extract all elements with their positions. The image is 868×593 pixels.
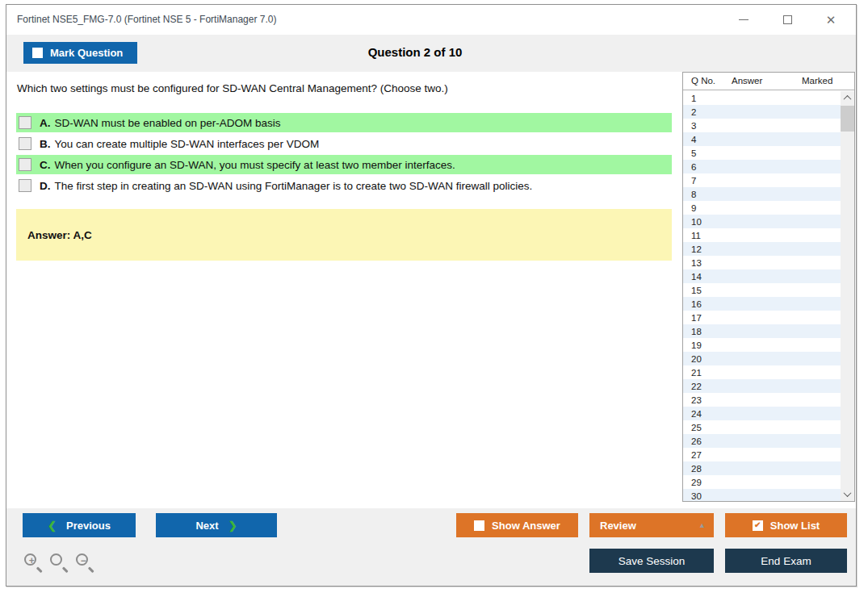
answer-text: Answer: A,C: [27, 229, 92, 241]
question-list-row[interactable]: 27: [683, 448, 841, 461]
question-list-row[interactable]: 22: [683, 379, 841, 393]
question-list-row[interactable]: 30: [683, 489, 841, 501]
question-list-row[interactable]: 15: [683, 283, 841, 297]
answer-option[interactable]: A.SD-WAN must be enabled on per-ADOM bas…: [16, 113, 672, 132]
question-list-row[interactable]: 2: [683, 105, 841, 119]
qrow-number: 9: [691, 203, 696, 213]
question-list-row[interactable]: 23: [683, 393, 841, 407]
next-button[interactable]: Next ❯: [156, 513, 277, 537]
question-text: Which two settings must be configured fo…: [17, 82, 448, 94]
question-list-row[interactable]: 24: [683, 407, 841, 420]
zoom-out-icon[interactable]: −: [76, 553, 95, 573]
app-window: Fortinet NSE5_FMG-7.0 (Fortinet NSE 5 - …: [6, 4, 857, 587]
qrow-number: 10: [691, 217, 702, 227]
save-session-label: Save Session: [619, 555, 686, 567]
option-letter: A.: [40, 117, 51, 129]
scroll-up-button[interactable]: [841, 91, 854, 105]
answer-option[interactable]: B.You can create multiple SD-WAN interfa…: [16, 134, 672, 153]
question-list-row[interactable]: 14: [683, 269, 841, 283]
option-text: SD-WAN must be enabled on per-ADOM basis: [55, 117, 281, 129]
answer-option[interactable]: C.When you configure an SD-WAN, you must…: [16, 155, 672, 174]
question-list-row[interactable]: 6: [683, 160, 841, 173]
question-list-row[interactable]: 9: [683, 201, 841, 215]
qrow-number: 17: [691, 313, 702, 323]
previous-button[interactable]: ❮ Previous: [23, 513, 136, 537]
end-exam-label: End Exam: [761, 555, 811, 567]
question-list-row[interactable]: 28: [683, 461, 841, 475]
option-checkbox[interactable]: [19, 158, 31, 171]
chevron-left-icon: ❮: [48, 520, 57, 532]
question-list-row[interactable]: 29: [683, 475, 841, 489]
options-list: A.SD-WAN must be enabled on per-ADOM bas…: [16, 113, 672, 197]
col-header-answer: Answer: [732, 76, 762, 86]
question-list-row[interactable]: 4: [683, 132, 841, 146]
question-list-row[interactable]: 3: [683, 119, 841, 132]
show-answer-label: Show Answer: [492, 520, 560, 532]
review-dropdown-button[interactable]: Review ▲: [589, 513, 714, 537]
qrow-number: 25: [691, 423, 702, 432]
question-list-row[interactable]: 21: [683, 365, 841, 379]
question-list-scrollbar[interactable]: [841, 91, 854, 501]
qrow-number: 18: [691, 327, 702, 336]
question-list-row[interactable]: 18: [683, 324, 841, 338]
question-list-row[interactable]: 26: [683, 434, 841, 448]
question-list-row[interactable]: 17: [683, 311, 841, 324]
question-list-row[interactable]: 5: [683, 146, 841, 160]
scrollbar-thumb[interactable]: [841, 106, 854, 132]
zoom-reset-icon[interactable]: [50, 553, 69, 573]
qrow-number: 28: [691, 464, 702, 474]
question-list-row[interactable]: 16: [683, 297, 841, 311]
question-list-row[interactable]: 25: [683, 420, 841, 434]
show-list-button[interactable]: ✔ Show List: [725, 513, 847, 537]
qrow-number: 7: [691, 176, 696, 186]
minimize-button[interactable]: [722, 5, 765, 35]
option-letter: D.: [40, 180, 51, 192]
question-list-body: 1234567891011121314151617181920212223242…: [683, 91, 841, 501]
question-list-row[interactable]: 7: [683, 173, 841, 187]
answer-box: Answer: A,C: [16, 209, 672, 261]
show-answer-checkbox[interactable]: [474, 520, 484, 531]
qrow-number: 26: [691, 436, 702, 446]
maximize-button[interactable]: [765, 5, 809, 35]
footer-bar: ❮ Previous Next ❯ Show Answer Review ▲ ✔…: [6, 508, 856, 586]
qrow-number: 15: [691, 286, 702, 295]
question-list-row[interactable]: 1: [683, 91, 841, 105]
close-button[interactable]: ✕: [809, 5, 853, 35]
qrow-number: 24: [691, 409, 702, 419]
option-letter: C.: [40, 159, 51, 171]
qrow-number: 4: [691, 135, 696, 144]
show-answer-button[interactable]: Show Answer: [456, 513, 578, 537]
question-list-row[interactable]: 10: [683, 215, 841, 228]
question-list-row[interactable]: 13: [683, 256, 841, 269]
zoom-tools: + −: [24, 553, 95, 573]
end-exam-button[interactable]: End Exam: [725, 549, 847, 573]
qrow-number: 19: [691, 340, 702, 350]
zoom-in-icon[interactable]: +: [24, 553, 44, 573]
qrow-number: 2: [691, 107, 696, 117]
question-list-row[interactable]: 8: [683, 187, 841, 201]
option-checkbox[interactable]: [19, 137, 31, 150]
qrow-number: 16: [691, 299, 702, 309]
option-checkbox[interactable]: [19, 179, 31, 192]
option-letter: B.: [40, 138, 51, 150]
question-list-header: Q No. Answer Marked: [683, 73, 854, 90]
window-title: Fortinet NSE5_FMG-7.0 (Fortinet NSE 5 - …: [17, 14, 276, 25]
save-session-button[interactable]: Save Session: [589, 549, 714, 573]
question-list-row[interactable]: 11: [683, 228, 841, 242]
option-checkbox[interactable]: [19, 116, 31, 129]
close-icon: ✕: [826, 14, 837, 26]
qrow-number: 8: [691, 190, 696, 199]
col-header-qno: Q No.: [691, 76, 715, 86]
title-bar: Fortinet NSE5_FMG-7.0 (Fortinet NSE 5 - …: [6, 5, 856, 35]
show-list-checkbox[interactable]: ✔: [753, 520, 763, 531]
answer-option[interactable]: D.The first step in creating an SD-WAN u…: [16, 176, 672, 195]
previous-label: Previous: [66, 520, 111, 532]
question-list-row[interactable]: 19: [683, 338, 841, 352]
option-text: You can create multiple SD-WAN interface…: [55, 138, 320, 150]
qrow-number: 27: [691, 450, 702, 460]
question-list-row[interactable]: 12: [683, 242, 841, 256]
scroll-down-button[interactable]: [841, 487, 854, 501]
question-list-row[interactable]: 20: [683, 352, 841, 365]
window-controls: ✕: [722, 5, 853, 35]
qrow-number: 5: [691, 148, 696, 158]
